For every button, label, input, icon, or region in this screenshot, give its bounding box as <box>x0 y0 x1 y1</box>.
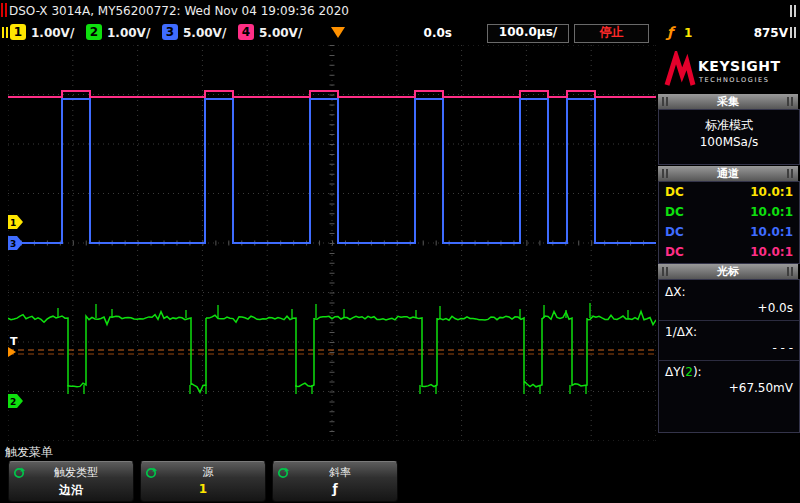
trigger-level-marker[interactable] <box>8 347 16 357</box>
keysight-logo-icon <box>664 51 696 89</box>
softkey-value: 边沿 <box>9 482 133 499</box>
acquisition-title: 采集 <box>717 95 739 108</box>
grip-icon <box>1 3 7 17</box>
brand-subtitle: TECHNOLOGIES <box>699 76 769 84</box>
grip-icon <box>787 267 794 276</box>
softkey-value: ƒ <box>273 482 397 496</box>
grip-icon <box>662 267 669 276</box>
acquisition-mode: 标准模式 <box>659 117 799 134</box>
trigger-level[interactable]: 875V <box>712 26 788 40</box>
channel-3-badge[interactable]: 3 <box>162 24 178 40</box>
window-title: DSO-X 3014A, MY56200772: Wed Nov 04 19:0… <box>9 4 349 18</box>
menu-title: 触发菜单 <box>5 444 53 461</box>
softkey-trigger-type[interactable]: 触发类型边沿 <box>8 461 134 502</box>
timebase-box[interactable]: 100.0µs/ <box>487 24 569 43</box>
grip-icon <box>2 27 8 38</box>
softkey-value: 1 <box>141 482 265 496</box>
cursors-panel: ΔX: +0.0s 1/ΔX: - - - ΔY(2): +67.50mV <box>658 279 800 433</box>
sample-rate: 100MSa/s <box>659 135 799 149</box>
timebase-value: 100.0µs/ <box>499 25 557 39</box>
softkey-source[interactable]: 源1 <box>140 461 266 502</box>
probe-ratio: 10.0:1 <box>750 182 793 202</box>
softkey-label: 触发类型 <box>23 465 129 480</box>
cursors-header[interactable]: 光标 <box>658 264 798 279</box>
softkey-slope[interactable]: 斜率ƒ <box>272 461 398 502</box>
channel-3-ground-marker[interactable]: 3 <box>8 236 23 250</box>
channel-4-scale[interactable]: 5.00V/ <box>259 26 302 40</box>
grip-icon <box>662 169 669 178</box>
coupling-label: DC <box>665 202 684 222</box>
svg-text:3: 3 <box>10 239 16 249</box>
grip-icon <box>790 27 796 38</box>
dx-label: ΔX: <box>665 285 685 299</box>
trigger-source[interactable]: 1 <box>684 26 692 40</box>
divider <box>659 360 799 361</box>
channel-4-info-row: DC10.0:1 <box>659 242 799 262</box>
trigger-t-label: T <box>10 335 18 348</box>
dy-value: +67.50mV <box>729 381 793 395</box>
channel-1-info-row: DC10.0:1 <box>659 182 799 202</box>
channel-1-ground-marker[interactable]: 1 <box>8 215 23 229</box>
divider <box>659 320 799 321</box>
coupling-label: DC <box>665 222 684 242</box>
channels-title: 通道 <box>717 167 739 180</box>
grip-icon <box>787 169 794 178</box>
acquisition-header[interactable]: 采集 <box>658 94 798 109</box>
oscilloscope-ui: DSO-X 3014A, MY56200772: Wed Nov 04 19:0… <box>0 0 800 503</box>
channel-4-badge[interactable]: 4 <box>238 24 254 40</box>
inv-dx-value: - - - <box>772 341 793 355</box>
softkey-label: 斜率 <box>287 465 393 480</box>
grip-icon <box>790 5 796 17</box>
brand-name: KEYSIGHT <box>698 58 781 74</box>
acquisition-panel: 标准模式 100MSa/s <box>658 109 800 165</box>
dy-label: ΔY(2): <box>665 365 702 379</box>
coupling-label: DC <box>665 182 684 202</box>
channel-2-scale[interactable]: 1.00V/ <box>107 26 150 40</box>
waveform-display[interactable]: 132T <box>8 45 656 441</box>
grip-icon <box>662 97 669 106</box>
trigger-position-marker[interactable] <box>331 27 345 38</box>
grip-icon <box>787 97 794 106</box>
probe-ratio: 10.0:1 <box>750 202 793 222</box>
run-state-value: 停止 <box>600 25 624 39</box>
sidebar: KEYSIGHT TECHNOLOGIES 采集 标准模式 100MSa/s 通… <box>658 45 798 441</box>
channel-2-info-row: DC10.0:1 <box>659 202 799 222</box>
coupling-label: DC <box>665 242 684 262</box>
run-state-box[interactable]: 停止 <box>574 24 649 43</box>
channel-3-scale[interactable]: 5.00V/ <box>183 26 226 40</box>
scope-svg[interactable]: 132T <box>8 45 656 441</box>
inv-dx-label: 1/ΔX: <box>665 325 697 339</box>
horizontal-delay[interactable]: 0.0s <box>408 26 452 40</box>
probe-ratio: 10.0:1 <box>750 222 793 242</box>
channels-panel: DC10.0:1DC10.0:1DC10.0:1DC10.0:1 <box>658 181 800 264</box>
channel-1-scale[interactable]: 1.00V/ <box>31 26 74 40</box>
trigger-slope-icon[interactable]: ƒ <box>667 24 673 40</box>
svg-text:2: 2 <box>10 397 16 407</box>
dx-value: +0.0s <box>758 301 793 315</box>
channels-header[interactable]: 通道 <box>658 166 798 181</box>
probe-ratio: 10.0:1 <box>750 242 793 262</box>
channel-3-info-row: DC10.0:1 <box>659 222 799 242</box>
channel-1-badge[interactable]: 1 <box>10 24 26 40</box>
softkey-label: 源 <box>155 465 261 480</box>
channel-2-ground-marker[interactable]: 2 <box>8 394 23 408</box>
channel-2-badge[interactable]: 2 <box>86 24 102 40</box>
svg-text:1: 1 <box>10 218 16 228</box>
cursors-title: 光标 <box>717 265 739 278</box>
